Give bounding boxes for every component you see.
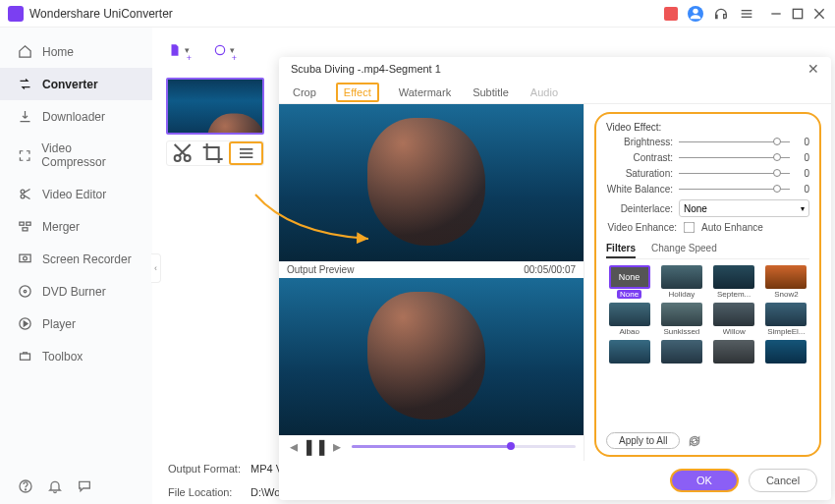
- trim-icon[interactable]: [167, 141, 197, 165]
- filter-snow2[interactable]: Snow2: [763, 265, 809, 299]
- headset-icon[interactable]: [713, 6, 729, 22]
- close-button[interactable]: [811, 6, 827, 22]
- sidebar-item-label: Toolbox: [42, 350, 83, 364]
- preview-time: 00:05/00:07: [524, 264, 576, 275]
- app-logo: [8, 6, 24, 22]
- svg-rect-18: [21, 354, 30, 360]
- preview-column: Output Preview 00:05/00:07 ◂ ❚❚ ▸: [279, 104, 584, 461]
- sidebar-item-screen-recorder[interactable]: Screen Recorder: [0, 243, 152, 275]
- svg-point-15: [20, 286, 30, 297]
- sidebar-item-video-editor[interactable]: Video Editor: [0, 178, 152, 210]
- minimize-button[interactable]: [768, 6, 784, 22]
- cancel-button[interactable]: Cancel: [749, 469, 817, 492]
- add-file-button[interactable]: +▾: [168, 39, 190, 61]
- titlebar: Wondershare UniConverter: [0, 0, 835, 28]
- bell-icon[interactable]: [47, 478, 63, 494]
- clip-thumbnail[interactable]: [166, 78, 264, 135]
- help-icon[interactable]: [18, 478, 33, 494]
- clip-thumbnail-card[interactable]: [166, 78, 274, 166]
- svg-rect-11: [27, 222, 30, 225]
- filter-none[interactable]: NoneNone: [606, 265, 652, 299]
- progress-slider[interactable]: [352, 445, 576, 448]
- filter-label: Willow: [723, 327, 746, 336]
- sidebar-item-merger[interactable]: Merger: [0, 210, 152, 243]
- deinterlace-select[interactable]: None ▾: [679, 199, 809, 217]
- sidebar-item-label: Screen Recorder: [42, 252, 132, 266]
- pause-button[interactable]: ❚❚: [308, 439, 322, 453]
- svg-point-14: [24, 256, 28, 260]
- next-frame-button[interactable]: ▸: [330, 439, 344, 453]
- filter-item10[interactable]: [711, 340, 757, 364]
- sidebar-item-downloader[interactable]: Downloader: [0, 100, 152, 133]
- sidebar-item-toolbox[interactable]: Toolbox: [0, 340, 152, 372]
- feedback-icon[interactable]: [77, 478, 92, 494]
- maximize-button[interactable]: [790, 6, 806, 22]
- crop-icon[interactable]: [197, 141, 228, 165]
- auto-enhance-checkbox[interactable]: [684, 222, 696, 234]
- ok-button[interactable]: OK: [670, 469, 739, 492]
- filter-tab-change-speed[interactable]: Change Speed: [651, 240, 717, 258]
- filter-tab-filters[interactable]: Filters: [606, 240, 636, 258]
- whitebalance-label: White Balance:: [606, 184, 673, 195]
- tab-watermark[interactable]: Watermark: [397, 83, 453, 102]
- filter-aibao[interactable]: Aibao: [606, 303, 652, 336]
- collapse-sidebar-button[interactable]: ‹: [151, 253, 161, 283]
- dvd-icon: [18, 284, 32, 299]
- compress-icon: [18, 148, 31, 163]
- filter-item11[interactable]: [763, 340, 809, 364]
- saturation-label: Saturation:: [606, 168, 673, 179]
- effect-icon[interactable]: [229, 141, 263, 165]
- chevron-down-icon: ▾: [801, 204, 805, 213]
- filter-label: Snow2: [774, 290, 798, 299]
- saturation-slider[interactable]: [679, 173, 790, 174]
- tab-subtitle[interactable]: Subtitle: [471, 83, 511, 102]
- filter-holiday[interactable]: Holiday: [658, 265, 704, 299]
- prev-frame-button[interactable]: ◂: [287, 439, 301, 453]
- sidebar-item-label: Video Compressor: [41, 141, 135, 169]
- converter-icon: [18, 77, 32, 91]
- sidebar-item-player[interactable]: Player: [0, 308, 152, 340]
- filter-label: SimpleEl...: [767, 327, 805, 336]
- filter-label: Aibao: [619, 327, 639, 336]
- add-folder-button[interactable]: +▾: [213, 39, 235, 61]
- svg-rect-13: [20, 254, 30, 262]
- filter-sunkissed[interactable]: Sunkissed: [658, 303, 704, 336]
- editor-icon: [18, 187, 32, 201]
- merger-icon: [18, 219, 32, 234]
- brightness-label: Brightness:: [606, 137, 673, 147]
- dialog-close-icon[interactable]: ✕: [807, 61, 819, 77]
- gift-icon[interactable]: [664, 7, 678, 21]
- sidebar-item-label: DVD Burner: [42, 285, 106, 299]
- contrast-slider[interactable]: [679, 157, 790, 158]
- filter-willow[interactable]: Willow: [711, 303, 757, 336]
- output-preview-label: Output Preview: [287, 264, 354, 275]
- filter-septem[interactable]: Septem...: [711, 265, 757, 299]
- file-location-label: File Location:: [168, 486, 243, 498]
- sidebar-item-label: Player: [42, 317, 76, 331]
- app-name: Wondershare UniConverter: [29, 7, 664, 21]
- refresh-icon[interactable]: [688, 434, 701, 448]
- filter-item8[interactable]: [606, 340, 652, 364]
- apply-to-all-button[interactable]: Apply to All: [606, 432, 680, 449]
- tab-crop[interactable]: Crop: [291, 83, 318, 102]
- brightness-value: 0: [796, 137, 809, 147]
- recorder-icon: [18, 252, 32, 266]
- sidebar-item-home[interactable]: Home: [0, 35, 152, 68]
- filter-label: Holiday: [669, 290, 696, 299]
- user-badge[interactable]: [688, 6, 703, 22]
- saturation-value: 0: [796, 168, 809, 179]
- filter-item9[interactable]: [658, 340, 704, 364]
- filter-label: Sunkissed: [663, 327, 699, 336]
- sidebar-item-label: Home: [42, 45, 74, 59]
- auto-enhance-label: Auto Enhance: [701, 222, 763, 233]
- hamburger-menu-icon[interactable]: [739, 6, 754, 22]
- whitebalance-slider[interactable]: [679, 189, 790, 190]
- filter-simpleel[interactable]: SimpleEl...: [763, 303, 809, 336]
- svg-rect-5: [793, 9, 802, 18]
- tab-effect[interactable]: Effect: [336, 83, 379, 102]
- sidebar-item-dvd-burner[interactable]: DVD Burner: [0, 275, 152, 308]
- sidebar-item-video-compressor[interactable]: Video Compressor: [0, 133, 152, 178]
- player-icon: [18, 316, 32, 331]
- brightness-slider[interactable]: [679, 141, 790, 142]
- sidebar-item-converter[interactable]: Converter: [0, 68, 152, 100]
